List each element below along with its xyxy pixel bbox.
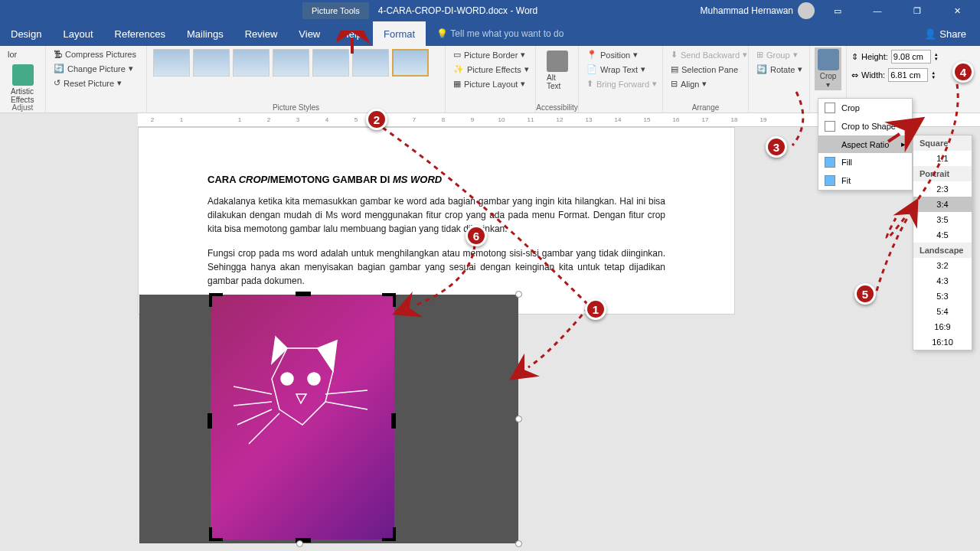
style-thumb[interactable] — [392, 49, 429, 77]
group-button: ⊞ Group ▾ — [753, 47, 805, 62]
crop-dropdown-menu: Crop Crop to Shape Aspect Ratio▸ Fill Fi… — [818, 98, 913, 191]
ratio-4-3[interactable]: 4:3 — [913, 273, 972, 289]
tab-layout[interactable]: Layout — [52, 21, 103, 46]
annotation-marker-1: 1 — [585, 298, 606, 320]
ratio-16-10[interactable]: 16:10 — [913, 334, 972, 350]
style-thumb[interactable] — [352, 49, 389, 77]
menu-crop-to-shape[interactable]: Crop to Shape — [818, 117, 912, 135]
ratio-2-3[interactable]: 2:3 — [913, 181, 972, 197]
close-icon[interactable]: ✕ — [940, 0, 974, 21]
ribbon-tabs: Design Layout References Mailings Review… — [0, 21, 980, 46]
picture-border-button[interactable]: ▭ Picture Border ▾ — [450, 47, 531, 62]
ratio-16-9[interactable]: 16:9 — [913, 319, 972, 334]
picture-effects-button[interactable]: ✨ Picture Effects ▾ — [450, 62, 531, 77]
selection-handle[interactable] — [515, 540, 522, 547]
color-button[interactable]: lor — [5, 47, 41, 61]
accessibility-label: Accessibility — [536, 103, 578, 112]
height-input[interactable] — [891, 50, 931, 64]
align-button[interactable]: ⊟ Align ▾ — [668, 77, 743, 91]
minimize-icon[interactable]: — — [861, 0, 894, 21]
crop-region[interactable] — [211, 295, 394, 540]
svg-line-10 — [325, 390, 368, 394]
tab-view[interactable]: View — [288, 21, 331, 46]
ratio-4-5[interactable]: 4:5 — [913, 227, 972, 243]
picture-tools-tab: Picture Tools — [302, 2, 369, 19]
tab-format[interactable]: Format — [373, 21, 426, 46]
crop-handle[interactable] — [382, 527, 396, 541]
send-backward-button: ⬇ Send Backward ▾ — [668, 47, 743, 62]
svg-marker-2 — [318, 341, 337, 371]
menu-aspect-ratio[interactable]: Aspect Ratio▸ — [818, 135, 912, 153]
ratio-3-5[interactable]: 3:5 — [913, 212, 972, 227]
share-button[interactable]: 👤 Share — [910, 28, 980, 40]
crop-handle[interactable] — [207, 413, 212, 429]
width-spinner[interactable]: ▲▼ — [931, 70, 936, 80]
width-field[interactable]: ⇔ Width: ▲▼ — [851, 68, 963, 82]
tab-design[interactable]: Design — [0, 21, 52, 46]
change-picture-button[interactable]: 🔄 Change Picture ▾ — [51, 61, 142, 76]
tell-me-search[interactable]: 💡 Tell me what you want to do — [426, 28, 574, 39]
svg-point-3 — [281, 373, 293, 385]
selection-pane-button[interactable]: ▤ Selection Pane — [668, 62, 743, 77]
svg-line-7 — [234, 402, 272, 406]
crop-handle[interactable] — [209, 293, 223, 307]
style-thumb[interactable] — [233, 49, 270, 77]
style-thumb[interactable] — [193, 49, 230, 77]
menu-crop[interactable]: Crop — [818, 99, 912, 117]
style-thumb[interactable] — [312, 49, 349, 77]
armenu-square-label: Square — [913, 135, 972, 151]
tab-references[interactable]: References — [104, 21, 176, 46]
picture-styles-gallery[interactable] — [152, 47, 440, 78]
annotation-marker-4: 4 — [952, 61, 974, 83]
annotation-marker-3: 3 — [766, 136, 787, 158]
armenu-landscape-label: Landscape — [913, 243, 972, 258]
selection-handle[interactable] — [515, 291, 522, 298]
ratio-5-3[interactable]: 5:3 — [913, 289, 972, 304]
crop-handle[interactable] — [391, 413, 396, 429]
compress-pictures-button[interactable]: 🗜 Compress Pictures — [51, 47, 142, 61]
rotate-button[interactable]: 🔄 Rotate ▾ — [753, 62, 805, 77]
tab-review[interactable]: Review — [234, 21, 289, 46]
alt-text-button[interactable]: Alt Text — [541, 47, 573, 93]
document-page[interactable]: CARA CROP/MEMOTONG GAMBAR DI MS WORD Ada… — [138, 127, 735, 315]
svg-marker-5 — [296, 394, 306, 403]
tab-mailings[interactable]: Mailings — [176, 21, 234, 46]
restore-icon[interactable]: ❐ — [900, 0, 934, 21]
bring-forward-button: ⬆ Bring Forward ▾ — [583, 77, 658, 91]
selection-handle[interactable] — [296, 540, 303, 547]
svg-marker-1 — [272, 337, 287, 364]
avatar — [798, 2, 815, 19]
ratio-1-1[interactable]: 1:1 — [913, 151, 972, 166]
position-button[interactable]: 📍 Position ▾ — [583, 47, 658, 62]
document-title: 4-CARA-CROP-DI-WORD.docx - Word — [369, 5, 547, 16]
svg-line-11 — [325, 402, 368, 409]
tab-help[interactable]: Help — [331, 21, 373, 46]
ratio-5-4[interactable]: 5:4 — [913, 304, 972, 319]
wrap-text-button[interactable]: 📄 Wrap Text ▾ — [583, 62, 658, 77]
crop-handle[interactable] — [296, 292, 311, 296]
style-thumb[interactable] — [153, 49, 190, 77]
menu-fill[interactable]: Fill — [818, 153, 912, 171]
menu-fit[interactable]: Fit — [818, 171, 912, 190]
selection-handle[interactable] — [515, 416, 522, 422]
user-account[interactable]: Muhammad Hernawan — [701, 2, 815, 19]
ribbon-display-icon[interactable]: ▭ — [821, 0, 854, 21]
style-thumb[interactable] — [273, 49, 309, 77]
annotation-marker-2: 2 — [366, 109, 387, 130]
picture-layout-button[interactable]: ▦ Picture Layout ▾ — [450, 77, 531, 91]
doc-paragraph: Adakalanya ketika kita memasukkan gambar… — [207, 194, 665, 236]
artistic-effects-button[interactable]: Artistic Effects — [5, 61, 41, 107]
selected-image[interactable] — [139, 295, 518, 543]
height-field[interactable]: ⇕ Height: ▲▼ — [851, 50, 963, 64]
width-input[interactable] — [888, 68, 928, 82]
crop-button[interactable]: Crop▾ — [815, 47, 841, 90]
reset-picture-button[interactable]: ↺ Reset Picture ▾ — [51, 76, 142, 90]
ratio-3-2[interactable]: 3:2 — [913, 258, 972, 273]
height-spinner[interactable]: ▲▼ — [934, 52, 939, 61]
titlebar: Picture Tools 4-CARA-CROP-DI-WORD.docx -… — [0, 0, 980, 21]
ratio-3-4[interactable]: 3:4 — [913, 197, 972, 212]
crop-handle[interactable] — [209, 527, 223, 541]
crop-handle[interactable] — [382, 293, 396, 307]
svg-line-6 — [234, 386, 272, 394]
svg-line-8 — [237, 409, 272, 425]
